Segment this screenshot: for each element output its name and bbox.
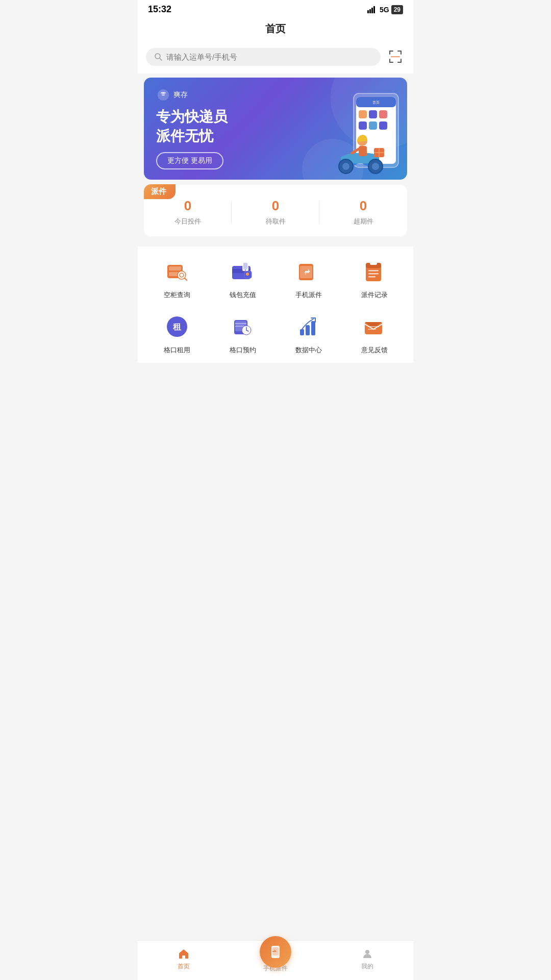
menu-item-empty-cabinet[interactable]: 空柜查询	[144, 257, 210, 300]
svg-rect-57	[368, 273, 379, 275]
svg-point-47	[246, 273, 249, 276]
svg-rect-1	[369, 9, 371, 13]
menu-label-feedback: 意见反馈	[361, 346, 388, 355]
svg-rect-49	[243, 263, 247, 269]
wallet-icon-wrap	[228, 257, 258, 286]
menu-item-locker-reserve[interactable]: 格口预约	[210, 312, 276, 355]
svg-rect-56	[368, 270, 379, 272]
feedback-icon-wrap	[360, 312, 389, 341]
svg-rect-55	[370, 261, 377, 265]
stat-pending-num: 0	[272, 198, 279, 214]
wallet-icon	[229, 258, 257, 285]
menu-label-empty-cabinet: 空柜查询	[164, 290, 190, 300]
menu-item-wallet[interactable]: 钱包充值	[210, 257, 276, 300]
svg-rect-24	[369, 121, 377, 130]
svg-rect-21	[369, 110, 377, 118]
svg-rect-14	[391, 57, 400, 58]
empty-cabinet-icon-wrap	[162, 257, 192, 286]
search-icon	[154, 53, 162, 61]
delivery-records-icon	[361, 258, 388, 285]
locker-rent-icon: 租	[163, 313, 191, 340]
delivery-records-icon-wrap	[360, 257, 389, 286]
svg-point-50	[245, 270, 246, 271]
menu-label-wallet: 钱包充值	[230, 290, 256, 300]
bottom-spacer	[138, 363, 413, 414]
battery-badge: 29	[391, 5, 403, 14]
stats-card-wrap: 派件 0 今日投件 0 待取件 0 超期件	[138, 185, 413, 241]
rider-svg: 首页	[320, 91, 402, 178]
svg-rect-39	[169, 266, 181, 271]
stats-card: 派件 0 今日投件 0 待取件 0 超期件	[144, 185, 407, 236]
svg-rect-3	[373, 6, 375, 13]
data-center-icon	[295, 313, 322, 340]
svg-rect-33	[359, 146, 367, 156]
stat-today-label: 今日投件	[174, 217, 201, 226]
menu-item-delivery-records[interactable]: 派件记录	[341, 257, 407, 300]
menu-item-data-center[interactable]: 数据中心	[276, 312, 341, 355]
locker-rent-icon-wrap: 租	[162, 312, 192, 341]
svg-rect-68	[300, 329, 304, 335]
svg-point-31	[372, 163, 379, 170]
data-center-icon-wrap	[294, 312, 323, 341]
svg-rect-25	[379, 121, 387, 130]
feedback-icon	[361, 313, 388, 340]
stat-overdue-label: 超期件	[354, 217, 373, 226]
locker-reserve-icon-wrap	[228, 312, 258, 341]
svg-rect-7	[389, 51, 390, 55]
menu-item-locker-rent[interactable]: 租 格口租用	[144, 312, 210, 355]
stat-today-delivery: 0 今日投件	[144, 198, 232, 226]
scan-icon	[388, 50, 403, 64]
svg-rect-23	[359, 121, 367, 130]
banner-logo-icon	[156, 88, 170, 102]
svg-rect-69	[306, 325, 310, 335]
mobile-delivery-icon-wrap	[294, 257, 323, 286]
empty-cabinet-icon	[163, 258, 191, 285]
svg-text:租: 租	[172, 323, 182, 331]
scan-button[interactable]	[386, 47, 405, 66]
menu-item-mobile-delivery[interactable]: 手机派件	[276, 257, 341, 300]
svg-point-29	[342, 163, 349, 170]
stat-today-num: 0	[184, 198, 191, 214]
menu-grid: 空柜查询 钱包充值	[144, 257, 407, 355]
svg-rect-2	[371, 8, 373, 13]
svg-line-43	[185, 278, 187, 280]
menu-label-mobile-delivery: 手机派件	[295, 290, 322, 300]
svg-line-5	[160, 58, 162, 60]
svg-rect-70	[311, 321, 315, 335]
menu-label-data-center: 数据中心	[295, 346, 322, 355]
banner-button[interactable]: 更方便 更易用	[156, 152, 223, 169]
svg-rect-63	[235, 323, 246, 324]
search-input[interactable]	[166, 53, 372, 61]
banner-logo-text: 爽存	[173, 90, 188, 100]
mobile-delivery-icon	[295, 258, 322, 285]
svg-rect-58	[368, 276, 375, 278]
svg-rect-72	[368, 326, 379, 327]
status-icons: 5G 29	[367, 5, 403, 14]
stat-overdue: 0 超期件	[319, 198, 407, 226]
menu-item-feedback[interactable]: 意见反馈	[341, 312, 407, 355]
page-title: 首页	[265, 23, 286, 34]
menu-label-locker-reserve: 格口预约	[230, 346, 256, 355]
banner: 爽存 专为快递员 派件无忧 更方便 更易用 首页	[144, 78, 407, 180]
search-input-wrap[interactable]	[146, 48, 381, 66]
menu-label-locker-rent: 格口租用	[164, 346, 190, 355]
status-time: 15:32	[148, 4, 171, 15]
menu-label-delivery-records: 派件记录	[361, 290, 388, 300]
svg-rect-22	[379, 110, 387, 118]
svg-rect-13	[400, 59, 402, 63]
signal-icon	[367, 6, 378, 13]
banner-illustration: 首页	[320, 91, 402, 180]
stat-pending: 0 待取件	[232, 198, 319, 226]
svg-rect-11	[389, 59, 390, 63]
search-bar-wrap	[138, 43, 413, 74]
page-header: 首页	[138, 17, 413, 43]
svg-rect-0	[367, 10, 369, 13]
svg-rect-9	[400, 51, 402, 55]
status-bar: 15:32 5G 29	[138, 0, 413, 17]
stat-pending-label: 待取件	[266, 217, 286, 226]
stats-badge: 派件	[144, 184, 176, 199]
menu-grid-wrap: 空柜查询 钱包充值	[138, 247, 413, 363]
svg-rect-20	[359, 110, 367, 118]
locker-reserve-icon	[229, 313, 257, 340]
stats-row: 0 今日投件 0 待取件 0 超期件	[144, 198, 407, 226]
